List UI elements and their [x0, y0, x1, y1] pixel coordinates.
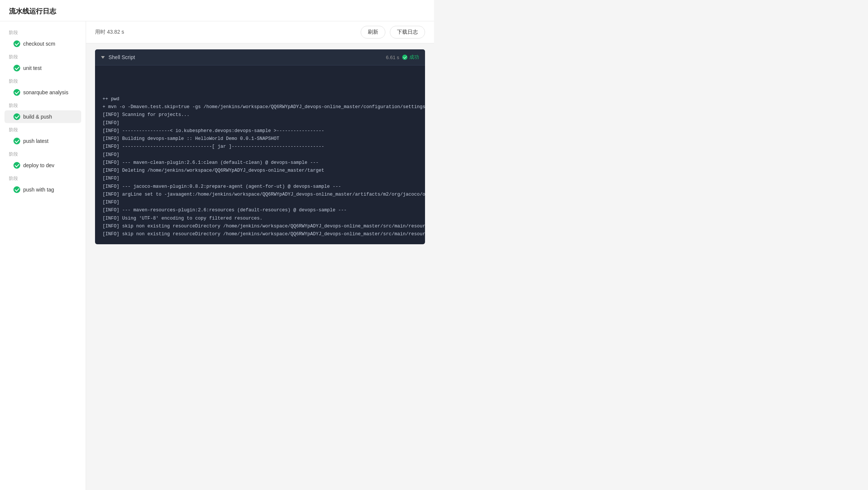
stage-group: 阶段deploy to dev — [0, 149, 86, 172]
stage-item-text: deploy to dev — [23, 162, 54, 168]
log-line: [INFO] --------------------------------[… — [103, 143, 418, 151]
log-line: [INFO] --- jacoco-maven-plugin:0.8.2:pre… — [103, 183, 418, 191]
stage-item-text: push with tag — [23, 187, 54, 193]
stage-item-text: build & push — [23, 114, 52, 120]
stage-item-text: unit test — [23, 65, 42, 71]
stage-group: 阶段checkout scm — [0, 27, 86, 50]
log-line: [INFO] — [103, 119, 418, 127]
log-line: [INFO] argLine set to -javaagent:/home/j… — [103, 191, 418, 199]
content-header: 用时 43.82 s 刷新 下载日志 — [86, 21, 434, 43]
sidebar: 阶段checkout scm阶段unit test阶段sonarqube ana… — [0, 21, 86, 490]
status-success: 成功 — [402, 54, 419, 61]
log-container: Shell Script 6.61 s 成功 ++ pwd+ mvn -o -D… — [86, 43, 434, 490]
log-line: [INFO] Deleting /home/jenkins/workspace/… — [103, 167, 418, 175]
stage-label: 阶段 — [0, 125, 86, 134]
stage-item[interactable]: build & push — [4, 110, 81, 123]
page-title: 流水线运行日志 — [9, 7, 56, 15]
stage-item[interactable]: sonarqube analysis — [4, 86, 81, 99]
log-line: [INFO] Using 'UTF-8' encoding to copy fi… — [103, 215, 418, 223]
log-content: ++ pwd+ mvn -o -Dmaven.test.skip=true -g… — [95, 65, 425, 244]
stage-item[interactable]: unit test — [4, 62, 81, 74]
stage-label: 阶段 — [0, 149, 86, 158]
stage-item-text: checkout scm — [23, 41, 55, 47]
log-line: [INFO] — [103, 151, 418, 159]
download-log-button[interactable]: 下载日志 — [390, 26, 425, 39]
log-line: [INFO] --- maven-clean-plugin:2.6.1:clea… — [103, 159, 418, 167]
status-dot-icon — [402, 55, 407, 60]
chevron-down-icon[interactable] — [101, 56, 105, 59]
log-line: [INFO] skip non existing resourceDirecto… — [103, 230, 418, 238]
log-line: [INFO] Scanning for projects... — [103, 111, 418, 119]
log-block-meta: 6.61 s 成功 — [386, 54, 419, 61]
stage-label: 阶段 — [0, 173, 86, 183]
header-actions: 刷新 下载日志 — [361, 26, 425, 39]
log-line: [INFO] Building devops-sample :: HelloWo… — [103, 135, 418, 143]
stage-item[interactable]: checkout scm — [4, 37, 81, 50]
stage-label: 阶段 — [0, 100, 86, 110]
log-line: [INFO] --- maven-resources-plugin:2.6:re… — [103, 206, 418, 214]
check-icon — [13, 162, 20, 169]
log-line: [INFO] — [103, 199, 418, 206]
log-line: ++ pwd — [103, 95, 418, 103]
check-icon — [13, 113, 20, 120]
stage-label: 阶段 — [0, 76, 86, 85]
page-header: 流水线运行日志 — [0, 0, 434, 21]
stage-label: 阶段 — [0, 27, 86, 37]
log-line: [INFO] — [103, 175, 418, 183]
content-area: 用时 43.82 s 刷新 下载日志 Shell Script 6.61 s 成… — [86, 21, 434, 490]
check-icon — [13, 65, 20, 71]
duration-text: 用时 43.82 s — [95, 29, 124, 36]
stage-group: 阶段sonarqube analysis — [0, 76, 86, 99]
stage-group: 阶段push latest — [0, 125, 86, 147]
stage-item[interactable]: deploy to dev — [4, 159, 81, 172]
check-icon — [13, 186, 20, 193]
stage-group: 阶段unit test — [0, 52, 86, 74]
stage-group: 阶段push with tag — [0, 173, 86, 196]
refresh-button[interactable]: 刷新 — [361, 26, 385, 39]
stage-item[interactable]: push with tag — [4, 183, 81, 196]
log-block-duration: 6.61 s — [386, 55, 399, 60]
stage-item-text: sonarqube analysis — [23, 89, 68, 95]
log-block-header: Shell Script 6.61 s 成功 — [95, 49, 425, 65]
check-icon — [13, 89, 20, 96]
log-line: + mvn -o -Dmaven.test.skip=true -gs /hom… — [103, 103, 418, 111]
log-block: Shell Script 6.61 s 成功 ++ pwd+ mvn -o -D… — [95, 49, 425, 244]
check-icon — [13, 40, 20, 47]
log-line: [INFO] -----------------< io.kubesphere.… — [103, 127, 418, 135]
stage-item[interactable]: push latest — [4, 135, 81, 147]
stage-label: 阶段 — [0, 52, 86, 61]
stage-item-text: push latest — [23, 138, 49, 144]
stage-group: 阶段build & push — [0, 100, 86, 123]
check-icon — [13, 138, 20, 144]
log-block-title: Shell Script — [109, 54, 382, 60]
status-label: 成功 — [409, 54, 419, 61]
log-line: [INFO] skip non existing resourceDirecto… — [103, 223, 418, 230]
